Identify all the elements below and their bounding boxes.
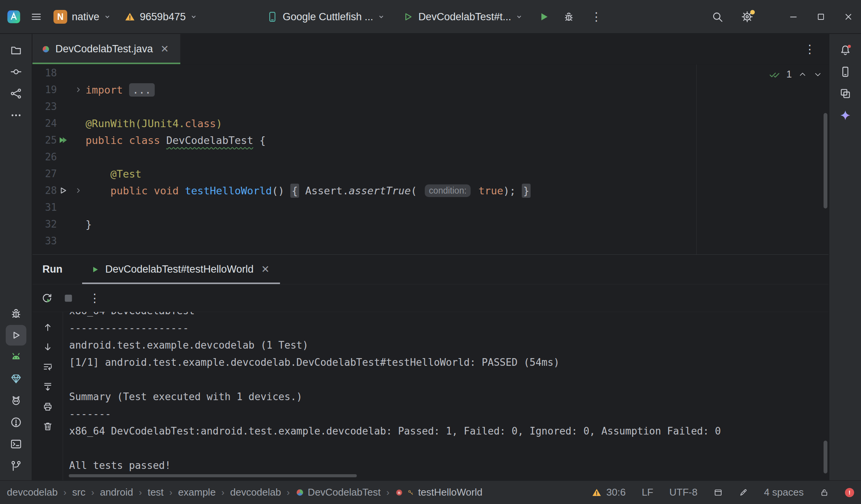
code-line[interactable]: 24@RunWith(JUnit4.class) <box>32 115 829 132</box>
run-toolwindow-header: Run DevCodelabTest#testHelloWorld ✕ <box>32 255 829 284</box>
breadcrumb-separator: › <box>63 487 66 498</box>
code-text: public void testHelloWorld() { Assert.as… <box>86 184 531 198</box>
inspections-widget[interactable]: 1 <box>769 68 822 80</box>
stop-button[interactable] <box>59 289 78 307</box>
previous-problem-button[interactable] <box>798 70 807 79</box>
layout-widget[interactable] <box>714 488 723 497</box>
fold-icon[interactable] <box>74 86 83 94</box>
maximize-button[interactable] <box>816 12 826 22</box>
breadcrumb-item[interactable]: android <box>100 486 133 498</box>
soft-wrap-icon <box>42 362 53 372</box>
gemini-button[interactable] <box>835 105 856 126</box>
code-line[interactable]: 25public class DevCodelabTest { <box>32 132 829 149</box>
notifications-icon <box>839 44 851 56</box>
code-line[interactable]: 32} <box>32 216 829 233</box>
breadcrumb-item[interactable]: test <box>147 486 163 498</box>
arrow-down-icon <box>42 342 53 352</box>
run-icon[interactable] <box>58 185 68 196</box>
breadcrumb-item[interactable]: example <box>178 486 215 498</box>
code-line[interactable]: 19import ... <box>32 81 829 98</box>
soft-wrap-button[interactable] <box>39 358 57 376</box>
breadcrumb-item[interactable]: src <box>72 486 86 498</box>
tab-options-button[interactable]: ⋮ <box>801 44 819 55</box>
running-devices-button[interactable] <box>6 347 26 367</box>
encoding-label: UTF-8 <box>669 486 698 498</box>
code-editor[interactable]: 1819import ...2324@RunWith(JUnit4.class)… <box>32 65 829 254</box>
search-everywhere-button[interactable] <box>711 11 723 23</box>
hamburger-icon <box>31 11 42 23</box>
readonly-toggle[interactable] <box>820 488 829 497</box>
running-devices-icon <box>10 351 22 363</box>
next-problem-button[interactable] <box>813 70 822 79</box>
problems-button[interactable] <box>6 412 26 433</box>
inspections-count: 1 <box>787 68 792 80</box>
play-icon <box>538 11 550 23</box>
arrow-up-button[interactable] <box>39 318 57 336</box>
close-window-button[interactable] <box>843 12 853 22</box>
encoding-widget[interactable]: UTF-8 <box>669 486 698 498</box>
more-button[interactable] <box>6 105 26 126</box>
breadcrumb-item[interactable]: mtestHelloWorld <box>395 486 482 498</box>
run-configuration-selector[interactable]: DevCodelabTest#t... <box>400 8 525 26</box>
ide-error-badge[interactable]: ! <box>845 488 854 497</box>
more-vertical-icon: ⋮ <box>591 10 602 23</box>
minimize-button[interactable] <box>788 12 798 22</box>
run-button[interactable] <box>538 11 550 23</box>
rerun-button[interactable] <box>38 289 56 307</box>
play-icon <box>91 265 100 274</box>
code-line[interactable]: 31 <box>32 199 829 216</box>
console-horizontal-scrollbar[interactable] <box>69 474 357 477</box>
indent-widget[interactable]: 4 spaces <box>764 486 804 498</box>
gemini-icon <box>839 109 851 121</box>
debug-button[interactable] <box>563 11 575 23</box>
scroll-end-button[interactable] <box>39 378 57 396</box>
code-line[interactable]: 27 @Test <box>32 165 829 182</box>
editor-scrollbar[interactable] <box>824 113 827 208</box>
line-separator-widget[interactable]: LF <box>642 486 653 498</box>
close-tab-button[interactable]: ✕ <box>158 42 171 56</box>
console-vertical-scrollbar[interactable] <box>824 441 827 473</box>
notifications-button[interactable] <box>835 40 856 60</box>
device-explorer-button[interactable] <box>835 61 856 82</box>
highlighting-level-widget[interactable] <box>739 488 748 497</box>
breadcrumb-item[interactable]: devcodelab <box>230 486 281 498</box>
code-line[interactable]: 18 <box>32 65 829 81</box>
editor-tab[interactable]: DevCodelabTest.java ✕ <box>32 34 180 64</box>
code-line[interactable]: 26 <box>32 149 829 165</box>
resource-manager-button[interactable] <box>835 83 856 104</box>
line-number: 24 <box>32 118 57 129</box>
clear-icon <box>42 421 53 432</box>
run-class-icon[interactable] <box>58 135 68 145</box>
logcat-button[interactable] <box>6 390 26 411</box>
version-control-button[interactable] <box>6 456 26 476</box>
code-line[interactable]: 28 public void testHelloWorld() { Assert… <box>32 182 829 199</box>
problems-widget[interactable]: 30:6 <box>592 486 626 498</box>
close-run-tab-button[interactable]: ✕ <box>259 263 272 276</box>
project-button[interactable] <box>6 40 26 60</box>
terminal-button[interactable] <box>6 434 26 454</box>
code-text: public class DevCodelabTest { <box>86 134 265 146</box>
debug-button[interactable] <box>6 303 26 324</box>
structure-button[interactable] <box>6 83 26 104</box>
device-manager-button[interactable] <box>6 368 26 389</box>
settings-button[interactable] <box>741 11 753 23</box>
code-line[interactable]: 33 <box>32 233 829 249</box>
breadcrumb-item[interactable]: devcodelab <box>7 486 58 498</box>
run-button[interactable] <box>6 325 26 346</box>
main-menu-button[interactable] <box>31 11 42 23</box>
console-output[interactable]: x86_64 DevCodelabTest ------------------… <box>63 312 829 480</box>
clear-button[interactable] <box>39 417 57 436</box>
fold-icon[interactable] <box>74 186 83 195</box>
run-tab[interactable]: DevCodelabTest#testHelloWorld ✕ <box>82 255 280 284</box>
vcs-widget[interactable]: 9659b475 <box>122 8 199 26</box>
print-button[interactable] <box>39 397 57 416</box>
console-options-button[interactable]: ⋮ <box>86 292 104 304</box>
code-line[interactable]: 23 <box>32 98 829 115</box>
device-selector[interactable]: Google Cuttlefish ... <box>264 8 387 26</box>
breadcrumb-label: test <box>147 486 163 498</box>
commit-button[interactable] <box>6 61 26 82</box>
arrow-down-button[interactable] <box>39 338 57 356</box>
breadcrumb-item[interactable]: DevCodelabTest <box>296 486 381 498</box>
project-widget[interactable]: N native <box>51 7 113 27</box>
more-actions-button[interactable]: ⋮ <box>587 11 605 23</box>
